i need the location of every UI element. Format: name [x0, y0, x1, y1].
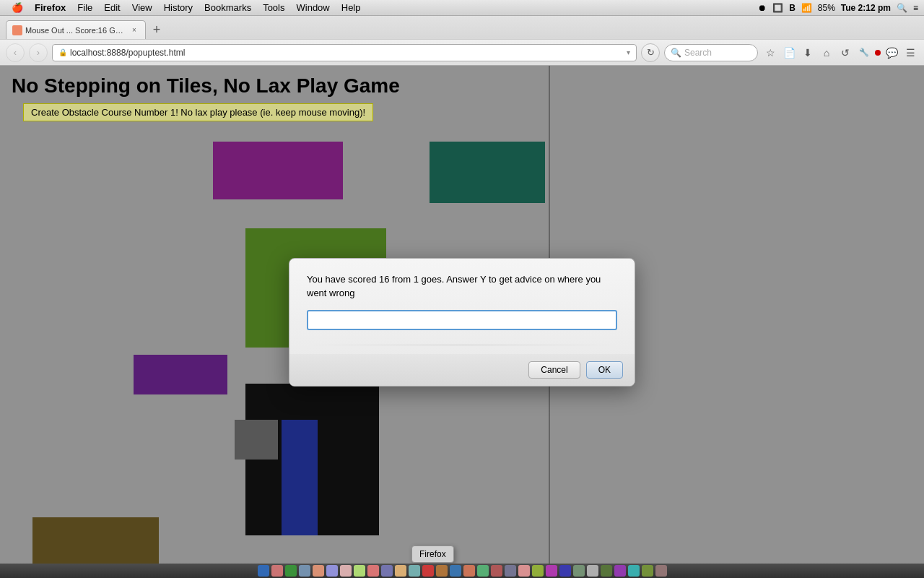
forward-button[interactable]: ›	[29, 43, 48, 62]
menubar: 🍎 Firefox File Edit View History Bookmar…	[0, 0, 924, 16]
menubar-edit[interactable]: Edit	[98, 0, 126, 15]
menubar-help[interactable]: Help	[336, 0, 367, 15]
search-bar[interactable]: 🔍 Search	[664, 44, 758, 61]
back-button[interactable]: ‹	[6, 43, 25, 62]
apple-menu[interactable]: 🍎	[6, 0, 29, 15]
tab-title: Mouse Out ... Score:16 Goe...	[25, 26, 126, 35]
modal-message: You have scored 16 from 1 goes. Answer Y…	[307, 273, 617, 299]
battery-text: 85%	[818, 3, 835, 13]
search-placeholder: Search	[684, 48, 712, 58]
modal-input[interactable]	[307, 310, 617, 330]
record-icon: ⏺	[758, 3, 767, 13]
tab-bar: Mouse Out ... Score:16 Goe... × +	[0, 16, 924, 39]
modal-footer: Cancel OK	[289, 354, 635, 386]
wifi-icon: 📶	[801, 3, 812, 13]
time-display: Tue 2:12 pm	[841, 3, 891, 13]
menubar-tools[interactable]: Tools	[257, 0, 290, 15]
menu-icon[interactable]: ☰	[902, 45, 918, 61]
list-icon[interactable]: ≡	[913, 3, 918, 13]
url-dropdown-icon[interactable]: ▾	[627, 48, 630, 56]
lock-icon: 🔒	[58, 48, 67, 56]
modal-dialog: You have scored 16 from 1 goes. Answer Y…	[289, 258, 635, 386]
url-bar[interactable]: 🔒 localhost:8888/popuptest.html ▾	[52, 44, 637, 61]
reload-button[interactable]: ↻	[641, 43, 660, 62]
search-magnifier-icon: 🔍	[671, 48, 681, 58]
new-tab-button[interactable]: +	[147, 20, 166, 39]
modal-separator	[307, 345, 617, 345]
active-tab[interactable]: Mouse Out ... Score:16 Goe... ×	[6, 20, 146, 39]
menubar-icon-1: 🔲	[772, 3, 783, 13]
tab-close-button[interactable]: ×	[129, 25, 139, 35]
ok-button[interactable]: OK	[586, 361, 623, 379]
nav-icons: ☆ 📄 ⬇ ⌂ ↺ 🔧 💬 ☰	[762, 45, 918, 61]
menubar-firefox[interactable]: Firefox	[29, 0, 71, 15]
menubar-file[interactable]: File	[71, 0, 98, 15]
addon-icon[interactable]: 🔧	[856, 45, 872, 61]
url-text: localhost:8888/popuptest.html	[70, 48, 185, 58]
home-icon[interactable]: ⌂	[819, 45, 834, 61]
menubar-window[interactable]: Window	[291, 0, 336, 15]
search-icon[interactable]: 🔍	[897, 3, 907, 13]
bookmark-star-icon[interactable]: ☆	[762, 45, 778, 61]
nav-bar: ‹ › 🔒 localhost:8888/popuptest.html ▾ ↻ …	[0, 39, 924, 65]
menubar-b-icon: B	[789, 3, 796, 13]
red-dot-icon	[875, 50, 881, 56]
download-icon[interactable]: ⬇	[800, 45, 816, 61]
chat-icon[interactable]: 💬	[884, 45, 899, 61]
modal-overlay: You have scored 16 from 1 goes. Answer Y…	[0, 66, 924, 578]
browser-chrome: Mouse Out ... Score:16 Goe... × + ‹ › 🔒 …	[0, 16, 924, 66]
tab-favicon	[12, 25, 22, 35]
menubar-history[interactable]: History	[158, 0, 199, 15]
menubar-bookmarks[interactable]: Bookmarks	[199, 0, 257, 15]
cancel-button[interactable]: Cancel	[528, 361, 580, 379]
refresh-circle-icon[interactable]: ↺	[837, 45, 853, 61]
menubar-right: ⏺ 🔲 B 📶 85% Tue 2:12 pm 🔍 ≡	[758, 3, 918, 13]
menubar-view[interactable]: View	[126, 0, 158, 15]
reader-icon[interactable]: 📄	[781, 45, 797, 61]
